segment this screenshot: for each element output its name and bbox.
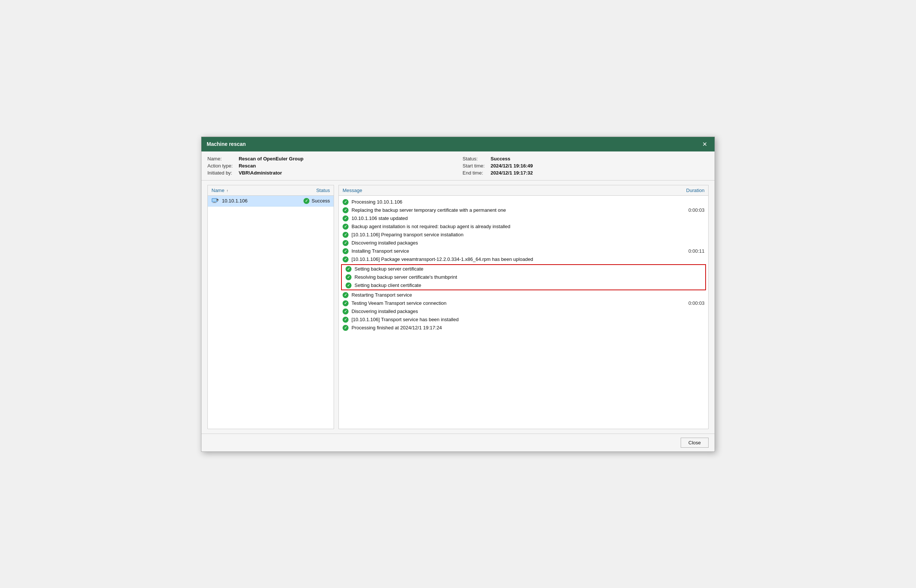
success-icon <box>343 232 348 238</box>
message-duration: 0:00:03 <box>682 207 704 213</box>
success-icon <box>346 266 351 272</box>
message-row: Discovering installed packages <box>339 239 708 247</box>
message-text: Replacing the backup server temporary ce… <box>351 207 682 213</box>
message-row: Discovering installed packages <box>339 307 708 316</box>
computer-icon <box>212 198 219 204</box>
start-time-label: Start time: <box>463 163 484 169</box>
machine-status-icon <box>303 198 309 204</box>
message-text: [10.10.1.106] Transport service has been… <box>351 317 682 322</box>
message-text: Restarting Transport service <box>351 292 682 298</box>
name-label: Name: <box>207 156 233 162</box>
success-icon <box>343 207 348 213</box>
message-duration: 0:00:11 <box>682 248 704 254</box>
name-column-header[interactable]: Name ↑ <box>212 187 316 193</box>
machine-rescan-dialog: Machine rescan ✕ Name: Rescan of OpenEul… <box>201 137 715 452</box>
success-icon <box>343 240 348 246</box>
message-row: Backup agent installation is not require… <box>339 223 708 231</box>
machine-list-item[interactable]: 10.10.1.106 Success <box>208 196 333 207</box>
message-text: Installing Transport service <box>351 248 682 254</box>
message-row: Setting backup server certificate <box>342 265 705 273</box>
message-row: 10.10.1.106 state updated <box>339 214 708 223</box>
message-text: [10.10.1.106] Preparing transport servic… <box>351 232 682 237</box>
message-row: [10.10.1.106] Transport service has been… <box>339 316 708 324</box>
svg-rect-2 <box>214 202 215 203</box>
machine-name: 10.10.1.106 <box>222 198 303 204</box>
success-icon <box>343 317 348 323</box>
message-row: Replacing the backup server temporary ce… <box>339 206 708 214</box>
success-icon <box>343 300 348 306</box>
success-icon <box>343 248 348 254</box>
svg-rect-3 <box>213 202 216 203</box>
message-duration: 0:00:03 <box>682 300 704 306</box>
initiated-by-value: VBR\Administrator <box>239 170 456 176</box>
svg-point-6 <box>217 200 218 201</box>
initiated-by-label: Initiated by: <box>207 170 233 176</box>
success-icon <box>343 257 348 262</box>
message-row: Processing 10.10.1.106 <box>339 198 708 206</box>
title-bar: Machine rescan ✕ <box>201 137 715 152</box>
success-icon <box>343 224 348 229</box>
success-icon <box>343 215 348 221</box>
message-row: Testing Veeam Transport service connecti… <box>339 299 708 307</box>
status-label: Status: <box>463 156 484 162</box>
action-type-value: Rescan <box>239 163 456 169</box>
message-row: Resolving backup server certificate's th… <box>342 273 705 281</box>
header-section: Name: Rescan of OpenEuler Group Status: … <box>201 152 715 181</box>
messages-list: Processing 10.10.1.106Replacing the back… <box>339 196 708 429</box>
message-row: Processing finished at 2024/12/1 19:17:2… <box>339 324 708 332</box>
message-text: [10.10.1.106] Package veeamtransport-12.… <box>351 257 682 262</box>
highlighted-messages-group: Setting backup server certificateResolvi… <box>341 264 706 290</box>
right-panel-header: Message Duration <box>339 185 708 196</box>
message-text: Discovering installed packages <box>351 309 682 314</box>
message-row: [10.10.1.106] Preparing transport servic… <box>339 231 708 239</box>
message-row: Installing Transport service0:00:11 <box>339 247 708 255</box>
message-text: Resolving backup server certificate's th… <box>354 274 679 280</box>
success-icon <box>346 283 351 288</box>
message-column-header[interactable]: Message <box>343 187 686 193</box>
end-time-label: End time: <box>463 170 484 176</box>
success-icon <box>343 325 348 331</box>
success-icon <box>343 309 348 315</box>
end-time-value: 2024/12/1 19:17:32 <box>491 170 709 176</box>
message-row: [10.10.1.106] Package veeamtransport-12.… <box>339 255 708 263</box>
message-text: Setting backup server certificate <box>354 266 679 272</box>
success-icon <box>343 199 348 205</box>
message-row: Restarting Transport service <box>339 291 708 299</box>
message-text: 10.10.1.106 state updated <box>351 215 682 221</box>
svg-rect-1 <box>212 199 217 202</box>
start-time-value: 2024/12/1 19:16:49 <box>491 163 709 169</box>
right-panel: Message Duration Processing 10.10.1.106R… <box>338 185 709 429</box>
footer: Close <box>201 434 715 451</box>
message-text: Discovering installed packages <box>351 240 682 246</box>
close-button[interactable]: Close <box>681 438 709 448</box>
success-icon <box>346 274 351 280</box>
name-value: Rescan of OpenEuler Group <box>239 156 456 162</box>
content-area: Name ↑ Status <box>201 181 715 434</box>
message-text: Processing finished at 2024/12/1 19:17:2… <box>351 325 682 331</box>
message-text: Processing 10.10.1.106 <box>351 199 682 205</box>
left-panel-header: Name ↑ Status <box>208 185 333 196</box>
message-text: Backup agent installation is not require… <box>351 224 682 229</box>
message-text: Testing Veeam Transport service connecti… <box>351 300 682 306</box>
title-bar-close-button[interactable]: ✕ <box>700 140 709 149</box>
sort-arrow-icon: ↑ <box>227 189 228 193</box>
message-row: Setting backup client certificate <box>342 281 705 289</box>
dialog-title: Machine rescan <box>207 141 246 147</box>
status-value: Success <box>491 156 709 162</box>
message-text: Setting backup client certificate <box>354 283 679 288</box>
status-column-header[interactable]: Status <box>316 187 330 193</box>
left-panel: Name ↑ Status <box>207 185 334 429</box>
duration-column-header[interactable]: Duration <box>686 187 704 193</box>
action-type-label: Action type: <box>207 163 233 169</box>
machine-status-text: Success <box>312 198 330 204</box>
success-icon <box>343 292 348 298</box>
